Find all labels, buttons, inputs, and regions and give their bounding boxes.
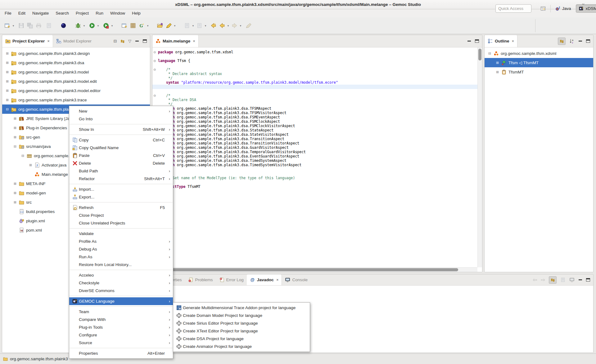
menu-search[interactable]: Search: [52, 9, 72, 17]
menu-item-acceleo[interactable]: Acceleo›: [69, 271, 173, 279]
menu-item-configure[interactable]: Configure›: [69, 331, 173, 339]
menu-item-refresh[interactable]: RefreshF5: [69, 204, 173, 211]
expander-icon[interactable]: ⊞: [13, 117, 17, 121]
close-icon[interactable]: ×: [193, 39, 195, 43]
menu-item-profile-as[interactable]: Profile As›: [69, 237, 173, 245]
last-edit-location-button[interactable]: [209, 22, 217, 30]
submenu-item-create-sirius-editor[interactable]: Create Sirius Editor Project for languag…: [173, 319, 310, 327]
expander-icon[interactable]: ⊟: [488, 51, 492, 55]
tab-error-log[interactable]: Error Log: [216, 274, 247, 285]
chevron-down-icon[interactable]: ▾: [192, 24, 195, 27]
expander-icon[interactable]: ⊞: [5, 98, 9, 102]
maximize-icon[interactable]: [143, 39, 147, 43]
chevron-down-icon[interactable]: ▾: [239, 24, 242, 27]
new-trace-project-button[interactable]: [120, 22, 128, 30]
maximize-icon[interactable]: [586, 278, 590, 282]
minimize-icon[interactable]: [578, 278, 582, 282]
tab-problems[interactable]: Problems: [185, 274, 216, 285]
new-package-button[interactable]: [129, 22, 137, 30]
open-console-icon[interactable]: [569, 277, 575, 282]
menu-item-new[interactable]: New›: [69, 107, 173, 115]
fold-minus-icon[interactable]: ⊖: [153, 94, 156, 98]
chevron-down-icon[interactable]: ▾: [97, 24, 100, 27]
tree-item[interactable]: ⊞org.gemoc.sample.tfsm.plaink3.model.edi…: [2, 77, 150, 86]
menu-item-close-project[interactable]: Close Project: [69, 211, 173, 219]
code-editor[interactable]: ⊖ ⊖ ⊖ ⊖ ⊖ package org.gemoc.sample.tfsm.…: [152, 47, 482, 272]
maximize-icon[interactable]: [586, 39, 590, 43]
menu-item-checkstyle[interactable]: Checkstyle›: [69, 279, 173, 287]
menu-item-plug-in-tools[interactable]: Plug-in Tools›: [69, 323, 173, 331]
acceleo-button[interactable]: [59, 22, 67, 30]
menu-item-compare-with[interactable]: Compare With›: [69, 316, 173, 323]
expander-icon[interactable]: ⊞: [495, 61, 499, 65]
pin-view-icon[interactable]: [560, 277, 566, 282]
menu-item-build-path[interactable]: Build Path›: [69, 167, 173, 175]
close-icon[interactable]: ×: [47, 39, 50, 43]
menu-item-copy[interactable]: CopyCtrl+C: [69, 136, 173, 144]
forward-icon[interactable]: ⇨: [541, 277, 545, 283]
open-perspective-button[interactable]: [538, 5, 549, 12]
close-icon[interactable]: ×: [512, 39, 514, 43]
mark-occurrences-button[interactable]: [244, 22, 252, 30]
expander-icon[interactable]: ⊞: [5, 79, 9, 83]
editor-horizontal-scrollbar[interactable]: [152, 267, 477, 272]
chevron-down-icon[interactable]: ▾: [146, 24, 149, 27]
collapse-all-icon[interactable]: ⊟: [114, 39, 117, 43]
load-model-button[interactable]: [156, 22, 164, 30]
tree-item[interactable]: ⊞org.gemoc.sample.tfsm.plaink3.model.edi…: [2, 86, 150, 95]
menu-item-delete[interactable]: DeleteDelete: [69, 159, 173, 167]
expander-icon[interactable]: ⊞: [29, 163, 33, 167]
menu-window[interactable]: Window: [107, 9, 129, 17]
skip-breakpoints-button[interactable]: [45, 22, 53, 30]
chevron-down-icon[interactable]: ▾: [227, 24, 230, 27]
menu-item-source[interactable]: Source›: [69, 339, 173, 347]
tree-item[interactable]: ⊞org.gemoc.sample.tfsm.plaink3.model: [2, 67, 150, 77]
menu-navigate[interactable]: Navigate: [29, 9, 52, 17]
expander-icon[interactable]: ⊞: [5, 89, 9, 93]
tree-item[interactable]: ⊞org.gemoc.sample.tfsm.plaink3.dsa: [2, 58, 150, 67]
perspective-xdsml-button[interactable]: xDSML: [576, 4, 596, 13]
menu-help[interactable]: Help: [129, 9, 144, 17]
chevron-down-icon[interactable]: ▾: [83, 24, 86, 27]
menu-item-validate[interactable]: Validate: [69, 230, 173, 237]
tab-javadoc[interactable]: Javadoc ×: [247, 274, 282, 285]
tree-item[interactable]: ⊞org.gemoc.sample.tfsm.plaink3.trace: [2, 95, 150, 104]
expander-icon[interactable]: ⊞: [5, 61, 9, 65]
minimize-icon[interactable]: [135, 39, 139, 43]
fold-minus-icon[interactable]: ⊖: [153, 50, 156, 55]
menu-item-show-in[interactable]: Show InShift+Alt+W›: [69, 126, 173, 133]
maximize-icon[interactable]: [475, 39, 479, 43]
menu-item-run-as[interactable]: Run As›: [69, 253, 173, 261]
back-button[interactable]: [218, 22, 226, 30]
save-button[interactable]: [17, 22, 25, 30]
tab-console[interactable]: Console: [282, 274, 311, 285]
menu-item-import[interactable]: Import...: [69, 185, 173, 193]
editor-vertical-scrollbar[interactable]: [477, 47, 482, 267]
menu-item-properties[interactable]: PropertiesAlt+Enter: [69, 349, 173, 357]
previous-annotation-button[interactable]: [195, 22, 203, 30]
menu-file[interactable]: File: [1, 9, 15, 17]
expander-icon[interactable]: ⊞: [13, 191, 17, 195]
tab-outline[interactable]: Outline ×: [485, 35, 517, 47]
outline-item[interactable]: ⊟org.gemoc.sample.tfsm.xdsml: [485, 49, 593, 58]
forward-button[interactable]: [230, 22, 238, 30]
expander-icon[interactable]: ⊞: [13, 135, 17, 139]
tab-project-explorer[interactable]: Project Explorer ×: [2, 35, 53, 47]
print-button[interactable]: [34, 22, 43, 30]
expander-icon[interactable]: ⊞: [13, 182, 17, 186]
outline-item-selected[interactable]: ⊞Tfsm ◁ TfsmMT: [485, 58, 593, 67]
expander-icon[interactable]: ⊞: [13, 126, 17, 130]
expander-icon[interactable]: ⊟: [5, 107, 9, 111]
outline-item[interactable]: ⊞TfsmMT: [485, 67, 593, 77]
chevron-down-icon[interactable]: ▾: [12, 24, 15, 27]
expander-icon[interactable]: ⊞: [13, 200, 17, 204]
marker-button[interactable]: [165, 22, 173, 30]
menu-item-go-into[interactable]: Go Into: [69, 115, 173, 123]
fold-minus-icon[interactable]: ⊖: [153, 59, 156, 63]
close-icon[interactable]: ×: [276, 277, 279, 282]
chevron-down-icon[interactable]: ▾: [111, 24, 114, 27]
view-menu-icon[interactable]: ▽: [128, 39, 131, 43]
menu-item-restore-from-local-history[interactable]: Restore from Local History...: [69, 261, 173, 269]
submenu-item-generate-trace-addon[interactable]: Generate Multidimensional Trace Addon pr…: [173, 304, 310, 312]
sort-icon[interactable]: [569, 38, 575, 44]
